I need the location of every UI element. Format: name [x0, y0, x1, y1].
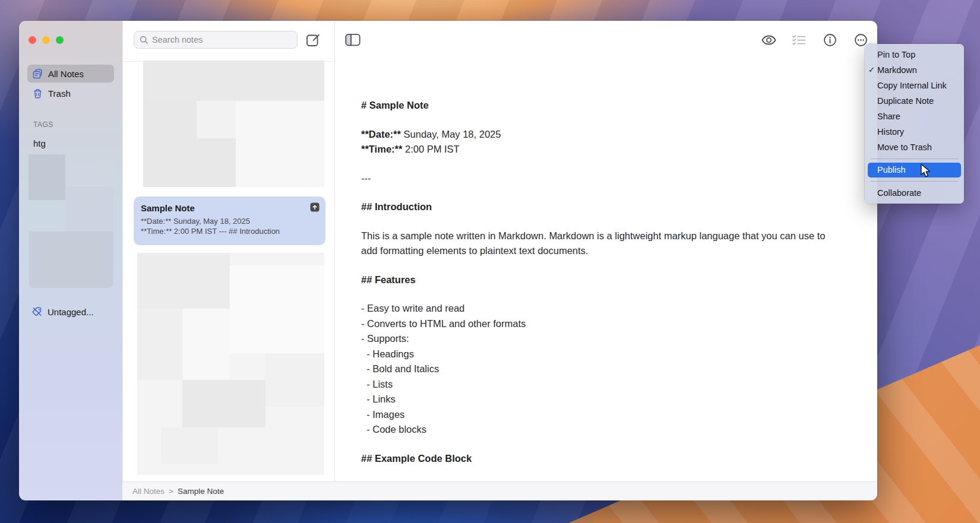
- checkmark-icon: ✓: [868, 62, 875, 78]
- breadcrumb-bar: All Notes > Sample Note: [122, 481, 877, 500]
- redacted-note-preview: [265, 353, 324, 407]
- notes-list-header: [123, 21, 334, 62]
- editor-heading-line: ## Introduction: [361, 199, 843, 215]
- editor-text-line: This is a sample note written in Markdow…: [361, 229, 843, 259]
- editor-blank-line: [361, 113, 843, 127]
- editor-text-line: - Bold and Italics: [361, 362, 843, 377]
- redacted-note-preview: [197, 138, 236, 187]
- mouse-cursor: [919, 163, 932, 178]
- note-title: Sample Note: [141, 202, 318, 214]
- editor-blank-line: [361, 438, 843, 451]
- info-button[interactable]: [821, 32, 838, 47]
- editor-blank-line: [361, 157, 843, 171]
- editor-text-line: - Easy to write and read: [361, 301, 843, 316]
- editor-blank-line: [361, 215, 843, 229]
- editor-heading-line: ## Features: [361, 272, 843, 288]
- sidebar-tag-htg[interactable]: htg: [33, 138, 46, 148]
- sidebar-item-untagged[interactable]: Untagged...: [32, 304, 94, 319]
- sidebar: All Notes Trash TAGS htg: [19, 21, 122, 500]
- redacted-note-preview: [230, 265, 324, 353]
- menu-item-publish[interactable]: Publish: [868, 163, 961, 177]
- menu-item-pin-to-top[interactable]: Pin to Top: [865, 47, 964, 62]
- trash-icon: [33, 88, 43, 99]
- breadcrumb-parent[interactable]: All Notes: [132, 487, 165, 496]
- editor-text-line: - Code blocks: [361, 422, 843, 438]
- menu-item-duplicate-note[interactable]: Duplicate Note: [865, 93, 964, 109]
- menu-item-markdown[interactable]: ✓Markdown: [865, 62, 964, 78]
- breadcrumb-separator: >: [169, 487, 173, 496]
- menu-item-move-to-trash[interactable]: Move to Trash: [865, 140, 964, 155]
- notes-app-window: All Notes Trash TAGS htg: [19, 21, 877, 500]
- redacted-tag-block: [29, 154, 65, 200]
- menu-item-copy-internal-link[interactable]: Copy Internal Link: [865, 78, 964, 93]
- redacted-note-preview: [197, 101, 236, 138]
- editor-heading-line: # Sample Note: [361, 98, 843, 113]
- redacted-note-preview: [143, 61, 324, 101]
- menu-separator: [871, 159, 958, 159]
- editor-blank-line: [361, 287, 843, 301]
- menu-separator: [871, 181, 958, 182]
- desktop: All Notes Trash TAGS htg: [0, 0, 980, 523]
- search-icon: [140, 36, 148, 45]
- note-editor-content[interactable]: # Sample Note**Date:** Sunday, May 18, 2…: [361, 98, 843, 466]
- editor-text-line: - Lists: [361, 377, 843, 392]
- new-note-button[interactable]: [305, 32, 321, 47]
- preview-eye-button[interactable]: [760, 32, 777, 47]
- editor-text-line: ---: [361, 171, 843, 186]
- checklist-button[interactable]: [791, 32, 807, 47]
- sidebar-item-all-notes[interactable]: All Notes: [27, 65, 114, 83]
- search-input[interactable]: [152, 35, 292, 45]
- editor-text-line: - Images: [361, 407, 843, 423]
- editor-heading-line: ## Example Code Block: [361, 451, 843, 467]
- published-badge-icon: [310, 202, 320, 212]
- redacted-note-preview: [143, 101, 197, 187]
- note-preview-line: **Time:** 2:00 PM IST --- ## Introductio…: [141, 226, 318, 236]
- minimize-button[interactable]: [42, 36, 50, 44]
- sidebar-item-label: Trash: [48, 88, 71, 99]
- redacted-tag-block: [66, 187, 113, 232]
- editor-text-line: **Time:** 2:00 PM IST: [361, 142, 843, 157]
- redacted-tag-block: [29, 232, 113, 288]
- search-field[interactable]: [134, 31, 298, 49]
- breadcrumb-current: Sample Note: [178, 487, 224, 496]
- notes-list-panel: Sample Note **Date:** Sunday, May 18, 20…: [122, 21, 334, 481]
- editor-blank-line: [361, 259, 843, 272]
- redacted-note-preview: [182, 309, 230, 380]
- editor-blank-line: [361, 186, 843, 199]
- zoom-button[interactable]: [56, 36, 64, 44]
- note-preview-line: **Date:** Sunday, May 18, 2025: [141, 216, 318, 226]
- all-notes-icon: [33, 69, 43, 79]
- editor-text-line: **Date:** Sunday, May 18, 2025: [361, 127, 843, 142]
- menu-item-share[interactable]: Share: [865, 109, 964, 124]
- editor-text-line: - Converts to HTML and other formats: [361, 316, 843, 332]
- sidebar-item-trash[interactable]: Trash: [27, 84, 114, 102]
- sidebar-item-label: Untagged...: [48, 307, 94, 317]
- redacted-tag-block: [65, 159, 116, 187]
- menu-item-history[interactable]: History: [865, 124, 964, 140]
- close-button[interactable]: [29, 36, 36, 44]
- redacted-note-preview: [137, 253, 230, 309]
- tags-section-header: TAGS: [33, 121, 53, 129]
- editor-text-line: - Supports:: [361, 331, 843, 347]
- toggle-sidebar-button[interactable]: [344, 32, 361, 47]
- window-controls: [29, 36, 64, 44]
- redacted-note-preview: [137, 309, 182, 380]
- note-options-context-menu: Pin to Top✓MarkdownCopy Internal LinkDup…: [865, 44, 964, 204]
- sidebar-item-label: All Notes: [48, 69, 84, 79]
- editor-panel: # Sample Note**Date:** Sunday, May 18, 2…: [334, 21, 877, 481]
- editor-text-line: - Links: [361, 392, 843, 407]
- redacted-note-preview: [161, 427, 218, 464]
- menu-item-collaborate[interactable]: Collaborate: [865, 185, 964, 201]
- editor-text-line: - Headings: [361, 347, 843, 362]
- note-list-item-sample-note[interactable]: Sample Note **Date:** Sunday, May 18, 20…: [134, 196, 325, 245]
- untagged-icon: [32, 306, 43, 317]
- redacted-note-preview: [182, 380, 265, 427]
